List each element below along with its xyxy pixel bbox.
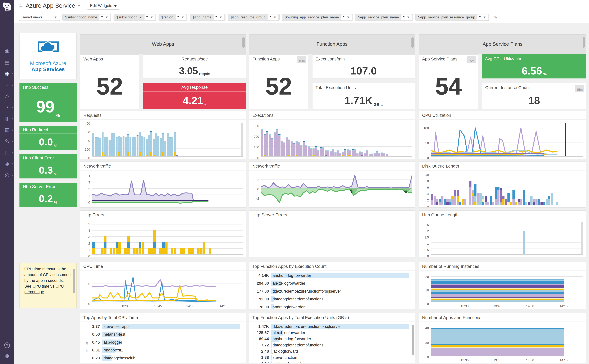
http-errors-chart-card[interactable]: Http Errors 012345	[80, 210, 246, 257]
template-var-app_service_plan_resource_group[interactable]: $app_service_plan_resource_group*▼	[415, 14, 489, 21]
events-icon[interactable]: ▤	[0, 57, 14, 68]
running-instances-chart-card[interactable]: Number of Running Instances 0102013:3013…	[419, 262, 586, 309]
toplist-row[interactable]: 2.48jacklogforward	[252, 349, 412, 355]
template-var-subscription_id[interactable]: $subscription_id*▼	[114, 14, 156, 21]
top-exec-units-card[interactable]: Top Function Apps by Total Execution Uni…	[249, 313, 415, 363]
datadog-logo-icon[interactable]	[1, 1, 13, 12]
toplist-row[interactable]: 294.00alexd-logforwarder	[252, 280, 412, 288]
template-var-app_service_plan_name[interactable]: $app_service_plan_name*▼	[355, 14, 413, 21]
current-instance-count-card[interactable]: Current Instance Count15m 18	[482, 83, 586, 109]
http-client-error-card[interactable]: Http Client Error 0.3%	[19, 154, 77, 178]
group-scrollbar[interactable]	[242, 37, 245, 48]
monitors-icon[interactable]: ⚠	[0, 91, 14, 102]
group-header-function-apps[interactable]: Function Apps	[249, 34, 415, 54]
group-header-app-service-plans[interactable]: App Service Plans	[419, 34, 586, 54]
http-server-error-card[interactable]: Http Server Error 0.2%	[19, 182, 77, 207]
cpu-utilization-chart-card[interactable]: CPU Utilization 050100	[419, 111, 586, 159]
toplist-row[interactable]: 4.14Kanshum-log-forwarder	[252, 273, 412, 280]
executions-per-min-card[interactable]: Executions/min 107.0	[312, 54, 415, 78]
panel-scrollbar[interactable]	[241, 123, 243, 156]
network-traffic-fn-chart[interactable]: -202	[249, 170, 415, 208]
toplist-row[interactable]: 0.31rmapptest2	[83, 347, 243, 355]
toplist-row[interactable]: 7.72datadogdotnetdemofunctions	[252, 342, 412, 349]
http-server-errors-chart-card[interactable]: Http Server Errors	[249, 210, 415, 257]
template-var-app_name[interactable]: $app_name*▼	[190, 14, 226, 21]
note-scrollbar[interactable]	[73, 269, 75, 293]
group-scrollbar[interactable]	[583, 37, 585, 48]
running-instances-chart[interactable]: 0102013:3013:4514:0014:15	[419, 271, 586, 309]
http-errors-chart[interactable]: 012345	[80, 219, 246, 257]
toplist-row[interactable]: 125.67alexd-logforwarder	[252, 330, 412, 336]
http-queue-chart-card[interactable]: Http Queue Length 00.511.522.5	[419, 210, 586, 257]
top-cpu-time-toplist[interactable]: minutes3.37steve-test-app0.50hetansh-tes…	[80, 322, 246, 363]
dashboards-icon[interactable]: ▦▶	[0, 68, 14, 79]
toplist-row[interactable]: 1.88steve-function	[252, 355, 412, 361]
bar	[381, 123, 383, 156]
toplist-row[interactable]: 177.00ddazuredemoazurefunctionforsqlserv…	[252, 288, 412, 296]
bar	[497, 173, 499, 205]
apm-icon[interactable]: ▧▶	[0, 124, 14, 136]
template-var-owning_app_service_plan_name[interactable]: $owning_app_service_plan_name*▼	[282, 14, 353, 21]
http-redirect-card[interactable]: Http Redirect 0.0%	[19, 126, 77, 150]
toplist-row[interactable]: 3.37steve-test-app	[83, 324, 243, 332]
toplist-row[interactable]: 78.00andrelogforwarder	[252, 304, 412, 309]
metrics-icon[interactable]: ◔▶	[0, 102, 14, 113]
security-icon[interactable]: ◈▶	[0, 158, 14, 169]
template-var-app_resource_group[interactable]: $app_resource_group*▼	[228, 14, 280, 21]
apps-functions-chart[interactable]: 0204013:3013:4514:0014:15	[419, 322, 586, 363]
watchdog-icon[interactable]: ◉	[0, 46, 14, 57]
toplist-row[interactable]: 92.00datadogdotnetdemofunctions	[252, 296, 412, 304]
help-icon[interactable]: ?	[0, 340, 14, 351]
template-var-region[interactable]: $region*▼	[159, 14, 188, 21]
title-chevron-down-icon[interactable]: ▼	[78, 4, 81, 8]
network-traffic-web-chart-card[interactable]: Network traffic 01234	[80, 162, 246, 208]
requests-per-sec-card[interactable]: Requests/sec 3.05reqs/s	[143, 54, 246, 78]
disk-queue-chart[interactable]: 0246810	[419, 170, 586, 208]
top-cpu-time-card[interactable]: Top Apps by Total CPU Time minutes3.37st…	[80, 313, 246, 363]
edit-widgets-button[interactable]: Edit Widgets+	[87, 2, 120, 10]
saved-views-dropdown[interactable]: Saved Views▼	[19, 14, 60, 21]
infrastructure-icon[interactable]: ≡▶	[0, 79, 14, 91]
user-icon[interactable]: ☻	[0, 351, 14, 361]
top-exec-count-toplist[interactable]: 4.14Kanshum-log-forwarder294.00alexd-log…	[249, 271, 415, 309]
avg-response-card[interactable]: Avg response 4.21s	[143, 83, 246, 109]
logs-icon[interactable]: ▨▶	[0, 147, 14, 158]
executions-chart-card[interactable]: Executions 0100200300	[249, 111, 415, 159]
toplist-scrollbar[interactable]	[412, 325, 414, 355]
integrations-icon[interactable]: ▥▶	[0, 113, 14, 124]
toplist-row[interactable]: 0.50hetansh-test	[83, 332, 243, 339]
requests-chart[interactable]: 0100200300400	[80, 120, 246, 159]
panel-scrollbar[interactable]	[581, 222, 583, 254]
apps-functions-chart-card[interactable]: Number of Apps and Functions 0204013:301…	[419, 313, 586, 363]
toplist-row[interactable]: 0.45asp-logger	[83, 339, 243, 347]
top-exec-units-toplist[interactable]: 1.47Kddazuredemoazurefunctionforsqlserve…	[249, 322, 415, 363]
top-exec-count-card[interactable]: Top Function Apps by Execution Count 4.1…	[249, 262, 415, 309]
cpu-time-chart-card[interactable]: CPU Time 0513:3013:4514:0014:15	[80, 262, 246, 309]
toplist-row[interactable]: 1.47Kddazuredemoazurefunctionforsqlserve…	[252, 324, 412, 330]
avg-cpu-utilization-card[interactable]: Avg CPU Utilization 6.56%	[482, 54, 586, 78]
disk-queue-chart-card[interactable]: Disk Queue Length 0246810	[419, 162, 586, 208]
app-service-plans-count-card[interactable]: App Service Plans15m 54	[419, 54, 478, 109]
network-traffic-web-chart[interactable]: 01234	[80, 170, 246, 208]
synthetics-icon[interactable]: ◎▶	[0, 169, 14, 181]
group-header-web-apps[interactable]: Web Apps	[80, 34, 246, 54]
toplist-row[interactable]: 1.04andrelogforwarder	[252, 361, 412, 363]
network-traffic-fn-chart-card[interactable]: Network traffic -202	[249, 162, 415, 208]
web-apps-count-card[interactable]: Web Apps 52	[80, 54, 139, 109]
requests-chart-card[interactable]: Requests 0100200300400	[80, 111, 246, 159]
toplist-row[interactable]: 0.23datadogchessclub	[83, 355, 243, 363]
template-var-subscription_name[interactable]: $subscription_name*▼	[62, 14, 111, 21]
executions-chart[interactable]: 0100200300	[249, 120, 415, 159]
group-scrollbar[interactable]	[411, 37, 414, 48]
cpu-utilization-chart[interactable]: 050100	[419, 120, 586, 159]
edit-variables-pencil-icon[interactable]: ✎	[494, 15, 498, 20]
notebooks-icon[interactable]: ✎▶	[0, 136, 14, 147]
http-queue-chart[interactable]: 00.511.522.5	[419, 219, 586, 257]
function-apps-count-card[interactable]: Function Apps15m 52	[249, 54, 308, 109]
cpu-time-chart[interactable]: 0513:3013:4514:0014:15	[80, 271, 246, 309]
http-server-errors-chart[interactable]	[249, 219, 415, 257]
http-success-card[interactable]: Http Success 99%	[19, 83, 77, 122]
total-execution-units-card[interactable]: Total Execution Units 1.71KGB-s	[312, 83, 415, 109]
toplist-row[interactable]: 89.44anshum-log-forwarder	[252, 336, 412, 342]
favorite-star-icon[interactable]: ☆	[18, 2, 23, 9]
